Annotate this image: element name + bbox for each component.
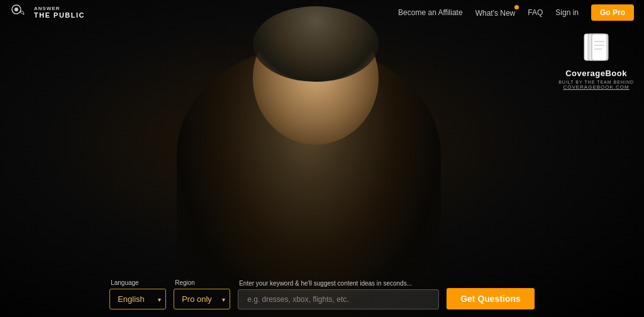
language-select-wrapper: English <box>109 289 166 309</box>
nav-link-faq[interactable]: FAQ <box>528 8 543 17</box>
language-field-group: Language English <box>109 279 166 309</box>
region-select[interactable]: Pro only <box>174 289 230 309</box>
coverage-book-icon <box>580 31 612 66</box>
keyword-label: Enter your keyword & he'll suggest conte… <box>238 280 439 287</box>
whats-new-notification-dot <box>514 5 519 9</box>
sign-in-link[interactable]: Sign in <box>555 8 579 17</box>
language-select[interactable]: English <box>109 289 166 309</box>
language-label: Language <box>109 279 166 286</box>
logo-text: ANSWER THE PUBLIC <box>34 6 85 19</box>
coverage-book-title: CoverageBook <box>565 69 627 78</box>
get-questions-button[interactable]: Get Questions <box>447 288 535 309</box>
region-label: Region <box>174 279 230 286</box>
logo-answer: ANSWER <box>34 6 85 12</box>
search-area: Language English Region Pro only Enter y… <box>0 279 644 317</box>
logo-icon <box>10 3 29 22</box>
nav-links: Become an Affiliate What's New FAQ Sign … <box>398 4 634 21</box>
region-select-wrapper: Pro only <box>174 289 230 309</box>
logo-the-public: THE PUBLIC <box>34 11 85 19</box>
coverage-book-built-by: BUILT BY THE TEAM BEHIND <box>558 80 634 84</box>
keyword-input[interactable] <box>238 289 439 309</box>
whats-new-wrapper: What's New <box>475 7 516 18</box>
navbar: ANSWER THE PUBLIC Become an Affiliate Wh… <box>0 0 644 25</box>
keyword-field-group: Enter your keyword & he'll suggest conte… <box>238 280 439 309</box>
coverage-book-badge: CoverageBook BUILT BY THE TEAM BEHIND CO… <box>558 31 634 90</box>
coverage-book-url: COVERAGEBOOK.COM <box>563 84 629 90</box>
person-video-bg <box>0 0 644 317</box>
region-field-group: Region Pro only <box>174 279 230 309</box>
nav-link-affiliate[interactable]: Become an Affiliate <box>398 8 463 17</box>
svg-rect-4 <box>592 34 607 60</box>
logo: ANSWER THE PUBLIC <box>10 3 85 22</box>
svg-point-1 <box>14 8 18 11</box>
nav-link-whats-new[interactable]: What's New <box>475 9 516 18</box>
go-pro-button[interactable]: Go Pro <box>591 4 634 21</box>
